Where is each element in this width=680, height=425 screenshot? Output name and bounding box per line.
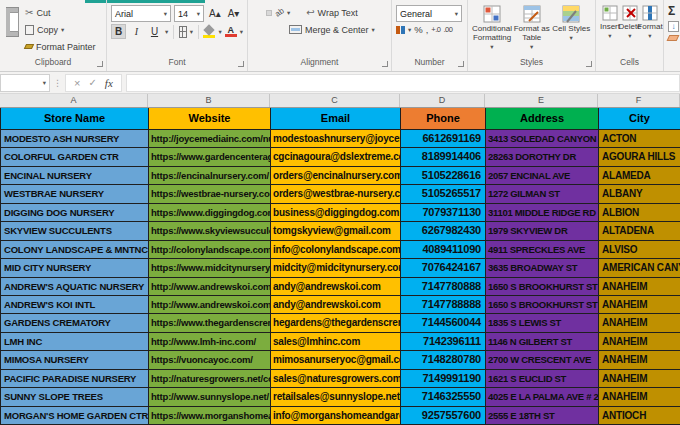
header-cell-B[interactable]: Website	[149, 108, 271, 130]
column-header-D[interactable]: D	[400, 94, 485, 107]
underline-button[interactable]: U	[147, 24, 162, 39]
formula-input[interactable]	[126, 74, 680, 92]
cell-C10[interactable]: andy@andrewskoi.com	[271, 278, 401, 296]
increase-indent-button[interactable]	[280, 28, 284, 32]
column-header-B[interactable]: B	[148, 94, 270, 107]
cell-A13[interactable]: LMH INC	[1, 333, 149, 351]
cell-B17[interactable]: https://www.morganshomean	[149, 407, 271, 425]
paste-button[interactable]	[4, 5, 19, 45]
cell-A7[interactable]: SKYVIEW SUCCULENTS	[1, 222, 149, 240]
cell-F10[interactable]: ANAHEIM	[599, 278, 680, 296]
column-header-C[interactable]: C	[270, 94, 400, 107]
cell-D3[interactable]: 8189914406	[401, 148, 486, 166]
font-family-select[interactable]: Arial ▾	[111, 5, 171, 22]
column-header-F[interactable]: F	[598, 94, 680, 107]
clear-button[interactable]	[667, 35, 680, 41]
cell-E17[interactable]: 2555 E 18TH ST	[486, 407, 599, 425]
cell-C17[interactable]: info@morganshomeandgarder	[271, 407, 401, 425]
insert-function-icon[interactable]: fx	[105, 77, 113, 89]
cell-A9[interactable]: MID CITY NURSERY	[1, 259, 149, 277]
cell-B10[interactable]: http://www.andrewskoi.com/c	[149, 278, 271, 296]
cell-F4[interactable]: ALAMEDA	[599, 167, 680, 185]
cell-C11[interactable]: andy@andrewskoi.com	[271, 296, 401, 314]
fill-color-button[interactable]	[203, 26, 215, 38]
cell-A3[interactable]: COLORFUL GARDEN CTR	[1, 148, 149, 166]
cell-C6[interactable]: business@diggingdog.com	[271, 204, 401, 222]
align-left-button[interactable]	[252, 28, 256, 32]
cell-D14[interactable]: 7148280780	[401, 351, 486, 369]
bold-button[interactable]: B	[111, 24, 126, 39]
cell-B14[interactable]: https://vuoncayoc.com/	[149, 351, 271, 369]
font-dialog-launcher[interactable]	[238, 61, 244, 67]
cell-F2[interactable]: ACTON	[599, 130, 680, 148]
increase-decimal-button[interactable]: +.0	[431, 25, 440, 34]
cell-A5[interactable]: WESTBRAE NURSERY	[1, 185, 149, 203]
cell-F5[interactable]: ALBANY	[599, 185, 680, 203]
cell-C5[interactable]: orders@westbrae-nursery.com	[271, 185, 401, 203]
cell-E16[interactable]: 4025 E LA PALMA AVE # 203	[486, 388, 599, 406]
cell-B12[interactable]: https://www.thegardenscrem	[149, 314, 271, 332]
header-cell-D[interactable]: Phone	[401, 108, 486, 130]
cell-A16[interactable]: SUNNY SLOPE TREES	[1, 388, 149, 406]
insert-cells-button[interactable]: Insert ▾	[600, 5, 620, 56]
middle-align-button[interactable]	[259, 11, 263, 15]
column-header-A[interactable]: A	[0, 94, 148, 107]
cell-F17[interactable]: ANTIOCH	[599, 407, 680, 425]
header-cell-C[interactable]: Email	[271, 108, 401, 130]
format-painter-button[interactable]: Format Painter	[23, 39, 98, 54]
cell-F6[interactable]: ALBION	[599, 204, 680, 222]
cell-E14[interactable]: 2700 W CRESCENT AVE	[486, 351, 599, 369]
cell-F8[interactable]: ALVISO	[599, 241, 680, 259]
clipboard-dialog-launcher[interactable]	[97, 61, 103, 67]
cell-B16[interactable]: http://www.sunnyslope.net/	[149, 388, 271, 406]
cell-D8[interactable]: 4089411090	[401, 241, 486, 259]
cell-E5[interactable]: 1272 GILMAN ST	[486, 185, 599, 203]
italic-button[interactable]: I	[129, 24, 144, 39]
enter-icon[interactable]: ✓	[88, 77, 96, 88]
cell-C2[interactable]: modestoashnursery@joyceme	[271, 130, 401, 148]
header-cell-E[interactable]: Address	[486, 108, 599, 130]
column-header-E[interactable]: E	[485, 94, 598, 107]
number-dialog-launcher[interactable]	[458, 61, 464, 67]
merge-center-button[interactable]: Merge & Center ▾	[287, 22, 377, 37]
cell-F9[interactable]: AMERICAN CANYON	[599, 259, 680, 277]
cell-D16[interactable]: 7146325550	[401, 388, 486, 406]
cell-A12[interactable]: GARDENS CREMATORY	[1, 314, 149, 332]
decrease-indent-button[interactable]	[273, 28, 277, 32]
cell-E4[interactable]: 2057 ENCINAL AVE	[486, 167, 599, 185]
cell-F13[interactable]: ANAHEIM	[599, 333, 680, 351]
cell-B3[interactable]: https://www.gardencenterago	[149, 148, 271, 166]
cell-E10[interactable]: 1650 S BROOKHURST ST	[486, 278, 599, 296]
align-right-button[interactable]	[266, 28, 270, 32]
cell-C14[interactable]: mimosanurseryoc@gmail.com	[271, 351, 401, 369]
cell-A15[interactable]: PACIFIC PARADISE NURSERY	[1, 370, 149, 388]
cell-D12[interactable]: 7144560044	[401, 314, 486, 332]
format-as-table-button[interactable]: Format as Table ▾	[512, 5, 552, 56]
cancel-icon[interactable]: ×	[74, 77, 80, 89]
conditional-formatting-button[interactable]: Conditional Formatting ▾	[472, 5, 512, 56]
cell-E8[interactable]: 4911 SPRECKLES AVE	[486, 241, 599, 259]
number-format-select[interactable]: General ▾	[396, 5, 462, 22]
fill-button[interactable]: ↓	[668, 21, 679, 32]
cell-C15[interactable]: sales@naturesgrowers.com	[271, 370, 401, 388]
cell-A4[interactable]: ENCINAL NURSERY	[1, 167, 149, 185]
cell-C9[interactable]: midcity@midcitynursery.com	[271, 259, 401, 277]
decrease-decimal-button[interactable]: .00	[444, 25, 453, 34]
copy-button[interactable]: Copy ▾	[23, 22, 98, 37]
name-box[interactable]: ▾	[0, 74, 50, 92]
cell-E11[interactable]: 1650 S BROOKHURST ST	[486, 296, 599, 314]
format-cells-button[interactable]: Format ▾	[640, 5, 660, 56]
orientation-button[interactable]: ab	[273, 6, 285, 18]
cell-E9[interactable]: 3635 BROADWAY ST	[486, 259, 599, 277]
cell-B7[interactable]: https://www.skyviewsucculen	[149, 222, 271, 240]
cell-B4[interactable]: https://encinalnursery.com/	[149, 167, 271, 185]
cell-E15[interactable]: 1621 S EUCLID ST	[486, 370, 599, 388]
cell-E12[interactable]: 1835 S LEWIS ST	[486, 314, 599, 332]
cell-A10[interactable]: ANDREW'S AQUATIC NURSERY	[1, 278, 149, 296]
alignment-dialog-launcher[interactable]	[382, 61, 388, 67]
cell-B8[interactable]: http://colonylandscape.com/c	[149, 241, 271, 259]
cell-C4[interactable]: orders@encinalnursery.com	[271, 167, 401, 185]
cell-B15[interactable]: http://naturesgrowers.net/co	[149, 370, 271, 388]
cell-D7[interactable]: 6267982430	[401, 222, 486, 240]
cell-E6[interactable]: 31101 MIDDLE RIDGE RD	[486, 204, 599, 222]
